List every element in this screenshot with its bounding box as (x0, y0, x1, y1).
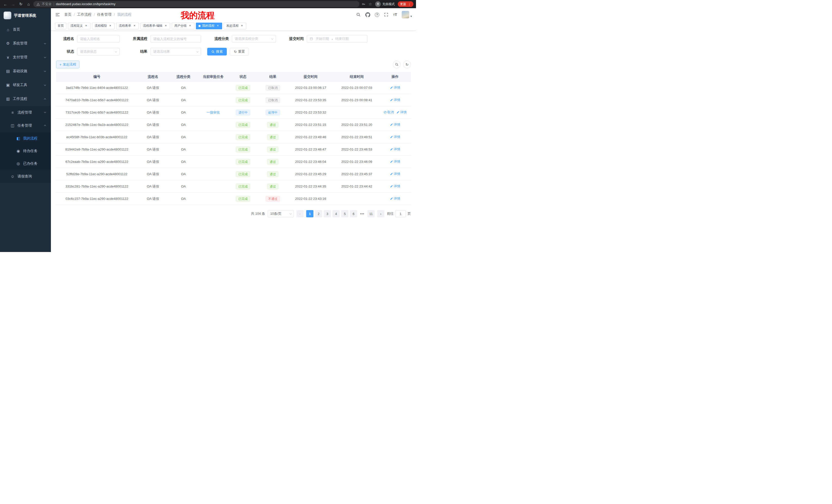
detail-action-link[interactable]: 详情 (390, 135, 400, 139)
toggle-search-button[interactable] (393, 61, 400, 68)
reload-icon[interactable]: ↻ (18, 2, 24, 6)
process-name-input[interactable] (77, 35, 120, 43)
detail-action-link[interactable]: 详情 (390, 184, 400, 189)
close-tab-icon[interactable]: × (188, 24, 192, 28)
github-icon[interactable] (365, 12, 370, 17)
close-tab-icon[interactable]: × (133, 24, 136, 28)
detail-action-link[interactable]: 详情 (390, 147, 400, 151)
cell-end-time: 2022-01-22 23:49:51 (334, 135, 380, 139)
page-button[interactable]: 1 (306, 210, 313, 217)
tab-item[interactable]: 流程模型× (92, 23, 115, 29)
app-logo[interactable]: 芋道管理系统 (0, 8, 51, 23)
cell-result: 通过 (258, 122, 287, 128)
task-link[interactable]: 一级审批 (206, 110, 220, 114)
breadcrumb-item[interactable]: 工作流程 (77, 12, 92, 17)
status-tag: 已完成 (236, 122, 250, 128)
incognito-badge[interactable]: 无痕模式 (375, 1, 395, 7)
breadcrumb-item[interactable]: 任务管理 (97, 12, 111, 17)
breadcrumb-item-current: 我的流程 (117, 12, 132, 17)
status-select[interactable]: 请选择状态 (77, 48, 120, 55)
tab-item[interactable]: 我的流程× (196, 23, 222, 29)
search-icon[interactable] (356, 12, 361, 17)
cell-category: OA (168, 185, 199, 188)
create-process-button[interactable]: + 发起流程 (56, 61, 79, 68)
detail-action-link[interactable]: 详情 (390, 160, 400, 164)
detail-action-link[interactable]: 详情 (390, 86, 400, 90)
sidebar-item[interactable]: ◧我的流程 (0, 132, 51, 145)
page-button[interactable]: 5 (341, 210, 348, 217)
sidebar-item[interactable]: ⚙系统管理 (0, 36, 51, 50)
tab-item[interactable]: 发起流程× (224, 23, 246, 29)
reset-button[interactable]: ↻ 重置 (230, 48, 249, 55)
detail-action-link[interactable]: 详情 (390, 122, 400, 127)
user-menu[interactable]: ▾ (401, 11, 412, 19)
total-count: 共 104 条 (251, 212, 265, 216)
next-page-button[interactable]: › (377, 210, 384, 217)
sidebar-item[interactable]: ☺请假查询 (0, 170, 51, 183)
jump-page-input[interactable] (395, 210, 406, 217)
page-button[interactable]: 2 (315, 210, 322, 217)
bookmark-star-icon[interactable]: ☆ (369, 2, 372, 6)
refresh-table-button[interactable]: ↻ (403, 61, 411, 68)
sidebar-item[interactable]: ▥工作流程 (0, 92, 51, 106)
forward-icon[interactable]: → (10, 2, 16, 6)
table-row: 2152467e-7b9b-11ec-9a1b-acde48001122OA 请… (56, 119, 411, 131)
sidebar-item[interactable]: ⌂首页 (0, 23, 51, 36)
tab-item[interactable]: 流程表单-编辑× (140, 23, 170, 29)
search-button[interactable]: 搜索 (207, 48, 227, 55)
page-button[interactable]: 11 (367, 210, 374, 217)
tab-item[interactable]: 首页 (55, 23, 66, 29)
page-button[interactable]: 3 (324, 210, 331, 217)
hamburger-icon[interactable] (55, 12, 60, 17)
workflow-icon: ▥ (6, 96, 10, 101)
tab-item[interactable]: 流程定义× (68, 23, 90, 29)
cell-status: 已完成 (228, 85, 258, 91)
detail-action-link[interactable]: 详情 (390, 98, 400, 102)
cancel-action-link[interactable]: 取消 (384, 110, 394, 115)
close-tab-icon[interactable]: × (108, 24, 112, 28)
sidebar-item-label: 首页 (13, 27, 20, 32)
breadcrumb-separator: / (74, 12, 75, 17)
pagination: 共 104 条 10条/页 ‹ 123456•••11 › 前往 页 (56, 210, 411, 217)
sidebar-item[interactable]: ◉待办任务 (0, 145, 51, 157)
avatar[interactable] (401, 11, 409, 19)
close-tab-icon[interactable]: × (240, 24, 244, 28)
page-size-select[interactable]: 10条/页 (268, 210, 294, 217)
parent-process-input[interactable] (150, 35, 201, 43)
sidebar-item[interactable]: ◎已办任务 (0, 157, 51, 170)
sidebar-item[interactable]: ≡流程管理 (0, 106, 51, 119)
close-tab-icon[interactable]: × (84, 24, 88, 28)
sidebar-item-label: 工作流程 (13, 96, 27, 101)
back-icon[interactable]: ← (3, 2, 8, 6)
result-select[interactable]: 请选流结果 (150, 48, 201, 55)
sidebar-item[interactable]: ▤基础设施 (0, 64, 51, 78)
cell-process-name: OA 请假 (137, 110, 168, 115)
cell-process-name: OA 请假 (137, 98, 168, 103)
page-ellipsis[interactable]: ••• (359, 212, 366, 216)
detail-action-link[interactable]: 详情 (396, 110, 407, 115)
tab-item[interactable]: 用户分组× (172, 23, 194, 29)
sidebar-item[interactable]: ¥支付管理 (0, 50, 51, 64)
status-tag: 已完成 (236, 159, 250, 165)
breadcrumb-item[interactable]: 首页 (64, 12, 72, 17)
page-button[interactable]: 6 (350, 210, 357, 217)
tab-item[interactable]: 流程表单× (116, 23, 139, 29)
browser-home-icon[interactable]: ⌂ (26, 2, 31, 6)
fullscreen-icon[interactable] (384, 12, 389, 17)
key-icon[interactable] (362, 2, 366, 6)
detail-action-link[interactable]: 详情 (390, 172, 400, 176)
page-button[interactable]: 4 (333, 210, 340, 217)
update-button[interactable]: 更新 ⋮ (398, 1, 413, 7)
sidebar-item[interactable]: ▣研发工具 (0, 78, 51, 92)
category-select[interactable]: 请选择流程分类 (232, 35, 276, 43)
address-bar[interactable]: 不安全 dashboard.yudao.iocoder.cn/bpm/task/… (33, 1, 359, 7)
browser-menu-icon[interactable]: ⋮ (408, 2, 411, 6)
close-tab-icon[interactable]: × (216, 24, 219, 28)
prev-page-button[interactable]: ‹ (296, 210, 304, 217)
detail-action-link[interactable]: 详情 (390, 197, 400, 201)
sidebar-item[interactable]: ◫任务管理 (0, 119, 51, 132)
help-icon[interactable]: ? (375, 12, 379, 17)
submit-time-range-picker[interactable]: 开始日期 - 结束日期 (307, 35, 367, 43)
font-size-icon[interactable]: TT (393, 12, 397, 17)
close-tab-icon[interactable]: × (164, 24, 167, 28)
